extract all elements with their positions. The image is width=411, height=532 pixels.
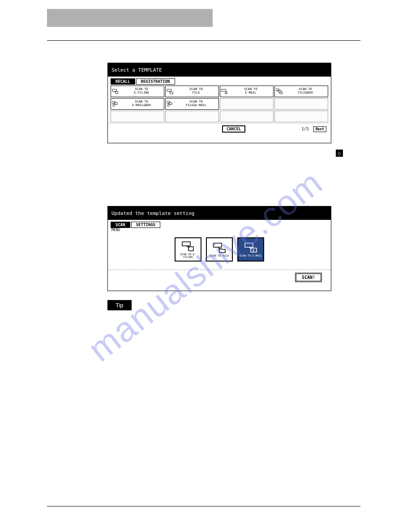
tab-recall[interactable]: RECALL: [111, 78, 135, 85]
template-selection-screen: Select a TEMPLATE RECALL REGISTRATION SC…: [107, 63, 331, 143]
scanner-fileemail-icon: [167, 101, 174, 107]
bottom-divider: [47, 506, 360, 506]
scanner-folder-icon: [213, 242, 226, 253]
scanner-box-icon: [181, 241, 195, 252]
scan-action-bar: SCAN!: [108, 270, 331, 285]
scanner-emailbox-icon: [112, 101, 119, 107]
scanner-box-icon: [112, 88, 119, 94]
scanner-mail-icon: @: [221, 88, 228, 94]
scan-button-row: SCAN TO E-FILING SCAN TO FILE @ SCAN TO …: [108, 233, 331, 270]
template-empty-slot: [220, 98, 274, 110]
screen2-title: Updated the template setting: [108, 206, 331, 220]
template-label: SCAN TO FILE&BOX: [284, 88, 327, 94]
template-label: SCAN TO E-FILING: [120, 88, 163, 94]
header-bar: [47, 9, 213, 27]
template-empty-slot: [274, 98, 328, 110]
svg-rect-15: [182, 242, 190, 246]
template-label: SCAN TO FILE: [175, 88, 218, 94]
scanner-mail-icon: @: [244, 242, 257, 253]
cancel-button[interactable]: CANCEL: [222, 125, 246, 133]
button-label: SCAN TO E-FILING: [176, 253, 200, 258]
svg-text:@: @: [253, 249, 255, 252]
template-scan-email[interactable]: @ SCAN TO E-MAIL: [220, 86, 274, 97]
svg-rect-18: [245, 243, 253, 247]
svg-rect-0: [112, 89, 117, 91]
svg-point-14: [167, 104, 170, 107]
svg-rect-3: [222, 89, 226, 91]
screen2-tabs: SCAN SETTINGS: [108, 220, 331, 228]
svg-rect-17: [214, 243, 222, 247]
menu-label: MENU: [108, 228, 331, 233]
scan-efiling-button[interactable]: SCAN TO E-FILING: [175, 237, 201, 262]
svg-rect-2: [167, 89, 171, 91]
template-label: SCAN TO E-MAIL: [229, 88, 272, 94]
next-button[interactable]: Next: [313, 126, 326, 132]
template-empty-slot: [274, 111, 328, 122]
svg-point-11: [113, 104, 115, 107]
template-empty-slot: [165, 111, 219, 122]
button-label: SCAN TO E-MAIL: [240, 254, 262, 257]
template-scan-fileemail[interactable]: SCAN TO FILE&E-MAIL: [165, 98, 219, 110]
scanner-filebox-icon: [276, 88, 283, 94]
page-indicator: 1/5: [301, 127, 308, 131]
tab-scan[interactable]: SCAN: [111, 222, 130, 228]
scan-button[interactable]: SCAN!: [295, 273, 322, 282]
template-label: SCAN TO E-MAIL&BOX: [120, 100, 163, 107]
template-label: SCAN TO FILE&E-MAIL: [175, 100, 218, 107]
template-scan-filebox[interactable]: SCAN TO FILE&BOX: [274, 86, 328, 97]
template-scan-efiling[interactable]: SCAN TO E-FILING: [111, 86, 164, 97]
template-empty-slot: [111, 111, 164, 122]
scan-file-button[interactable]: SCAN TO FILE: [206, 237, 233, 262]
screen1-bottom-bar: CANCEL 1/5 Next: [108, 123, 331, 134]
svg-rect-1: [116, 91, 118, 94]
template-empty-slot: [220, 111, 274, 122]
top-divider: [47, 40, 360, 41]
template-scan-emailbox[interactable]: SCAN TO E-MAIL&BOX: [111, 98, 164, 110]
tip-label: Tip: [107, 300, 132, 310]
button-label: SCAN TO FILE: [210, 254, 229, 257]
scan-email-button[interactable]: @ SCAN TO E-MAIL: [237, 237, 264, 262]
scanner-folder-icon: [167, 88, 174, 94]
template-scan-file[interactable]: SCAN TO FILE: [165, 86, 219, 97]
start-diamond-icon: ◇: [336, 150, 343, 157]
screen1-tabs: RECALL REGISTRATION: [108, 77, 331, 85]
svg-rect-8: [280, 92, 283, 94]
tab-registration[interactable]: REGISTRATION: [136, 78, 175, 85]
tab-settings[interactable]: SETTINGS: [131, 222, 160, 228]
screen1-title: Select a TEMPLATE: [108, 63, 331, 77]
svg-rect-16: [188, 247, 193, 251]
scan-settings-screen: Updated the template setting SCAN SETTIN…: [107, 206, 331, 291]
template-grid: SCAN TO E-FILING SCAN TO FILE @ SCAN TO …: [108, 85, 331, 123]
